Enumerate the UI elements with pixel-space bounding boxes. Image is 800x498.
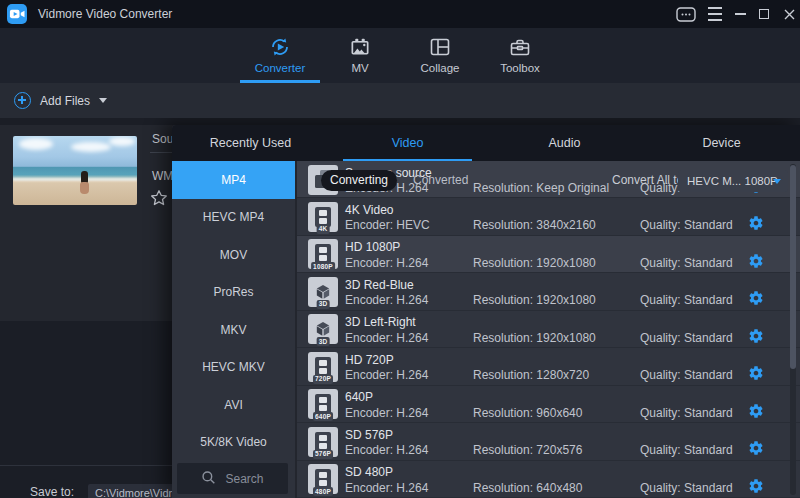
film-strip-icon: 720P bbox=[308, 352, 338, 382]
menu-button[interactable] bbox=[704, 0, 726, 28]
settings-gear-icon[interactable] bbox=[748, 253, 764, 269]
resolution-badge: 3D bbox=[317, 300, 330, 309]
preset-row[interactable]: 480P SD 480P Encoder: H.264 Resolution: … bbox=[297, 461, 800, 498]
preset-name: SD 480P bbox=[345, 465, 393, 479]
sidebar-item-avi[interactable]: AVI bbox=[172, 386, 295, 424]
nav-tabs: Converter MV Collage Toolbox bbox=[240, 28, 560, 83]
feedback-bubble-icon bbox=[676, 7, 696, 22]
settings-gear-icon[interactable] bbox=[748, 403, 764, 419]
star-icon[interactable] bbox=[150, 189, 168, 210]
resolution-badge: 480P bbox=[313, 487, 333, 496]
nav-tab-mv[interactable]: MV bbox=[320, 28, 400, 83]
mv-icon bbox=[348, 35, 372, 59]
preset-resolution: Resolution: 640x480 bbox=[473, 481, 582, 495]
preset-encoder: Encoder: H.264 bbox=[345, 256, 428, 270]
preset-row[interactable]: 4K 4K Video Encoder: HEVC Resolution: 38… bbox=[297, 198, 800, 235]
preset-row[interactable]: 1080P HD 1080P Encoder: H.264 Resolution… bbox=[297, 236, 800, 273]
preset-row[interactable]: 640P 640P Encoder: H.264 Resolution: 960… bbox=[297, 386, 800, 423]
tab-converting[interactable]: Converting bbox=[321, 170, 397, 191]
preset-name: 3D Left-Right bbox=[345, 315, 416, 329]
nav-tab-collage[interactable]: Collage bbox=[400, 28, 480, 83]
format-tab-audio[interactable]: Audio bbox=[486, 125, 643, 161]
film-strip-icon: 1080P bbox=[308, 239, 338, 269]
format-panel-tabs: Recently Used Video Audio Device bbox=[172, 125, 800, 161]
tab-converted[interactable]: Converted bbox=[413, 170, 468, 191]
preset-encoder: Encoder: H.264 bbox=[345, 368, 428, 382]
preset-encoder: Encoder: H.264 bbox=[345, 406, 428, 420]
collage-icon bbox=[428, 35, 452, 59]
minimize-button[interactable] bbox=[730, 0, 750, 28]
preset-resolution: Resolution: 1920x1080 bbox=[473, 256, 596, 270]
preset-encoder: Encoder: H.264 bbox=[345, 443, 428, 457]
titlebar: Vidmore Video Converter bbox=[0, 0, 800, 28]
close-icon bbox=[784, 9, 795, 20]
toolbar: Add Files Converting Converted Convert A… bbox=[0, 83, 800, 118]
camcorder-icon bbox=[7, 4, 27, 24]
sidebar-item-prores[interactable]: ProRes bbox=[172, 274, 295, 312]
sidebar-item-mov[interactable]: MOV bbox=[172, 236, 295, 274]
plus-icon bbox=[14, 92, 31, 109]
preset-resolution: Resolution: 960x640 bbox=[473, 406, 582, 420]
convert-all-value: HEVC M... 1080P bbox=[687, 170, 778, 192]
sidebar-item-5k-8k-video[interactable]: 5K/8K Video bbox=[172, 424, 295, 462]
close-button[interactable] bbox=[779, 0, 799, 28]
preset-quality: Quality: Standard bbox=[640, 256, 733, 270]
preset-row[interactable]: 720P HD 720P Encoder: H.264 Resolution: … bbox=[297, 348, 800, 385]
settings-gear-icon[interactable] bbox=[748, 365, 764, 381]
preset-name: HD 1080P bbox=[345, 240, 400, 254]
search-label: Search bbox=[225, 472, 263, 486]
preset-resolution: Resolution: 1280x720 bbox=[473, 368, 589, 382]
add-files-caret-icon[interactable] bbox=[99, 98, 107, 103]
preset-quality: Quality: Standard bbox=[640, 368, 733, 382]
format-tab-recently-used[interactable]: Recently Used bbox=[172, 125, 329, 161]
preset-name: 640P bbox=[345, 390, 373, 404]
film-strip-icon: 576P bbox=[308, 427, 338, 457]
format-tab-video[interactable]: Video bbox=[329, 125, 486, 161]
feedback-button[interactable] bbox=[674, 0, 698, 28]
preset-name: SD 576P bbox=[345, 428, 393, 442]
film-strip-icon: 4K bbox=[308, 202, 338, 232]
app-window: Vidmore Video Converter Converter MV Col… bbox=[0, 0, 800, 498]
search-box[interactable]: Search bbox=[177, 463, 288, 494]
settings-gear-icon[interactable] bbox=[748, 328, 764, 344]
scrollbar-thumb[interactable] bbox=[790, 165, 796, 369]
nav-tab-toolbox[interactable]: Toolbox bbox=[480, 28, 560, 83]
add-files-label: Add Files bbox=[40, 94, 90, 108]
app-title: Vidmore Video Converter bbox=[38, 0, 172, 28]
preset-row[interactable]: 576P SD 576P Encoder: H.264 Resolution: … bbox=[297, 423, 800, 460]
settings-gear-icon[interactable] bbox=[748, 290, 764, 306]
format-tab-device[interactable]: Device bbox=[643, 125, 800, 161]
preset-encoder: Encoder: H.264 bbox=[345, 481, 428, 495]
toolbox-icon bbox=[508, 35, 532, 59]
preset-name: 3D Red-Blue bbox=[345, 278, 414, 292]
preset-quality: Quality: Standard bbox=[640, 443, 733, 457]
settings-gear-icon[interactable] bbox=[748, 215, 764, 231]
nav-tab-converter[interactable]: Converter bbox=[240, 28, 320, 83]
sidebar-item-mp4[interactable]: MP4 bbox=[172, 161, 295, 199]
convert-all-dropdown[interactable]: HEVC M... 1080P bbox=[678, 170, 788, 192]
preset-row[interactable]: 3D 3D Red-Blue Encoder: H.264 Resolution… bbox=[297, 273, 800, 310]
preset-row[interactable]: 3D 3D Left-Right Encoder: H.264 Resoluti… bbox=[297, 311, 800, 348]
preset-quality: Quality: Standard bbox=[640, 218, 733, 232]
settings-gear-icon[interactable] bbox=[748, 440, 764, 456]
save-to-label: Save to: bbox=[30, 485, 74, 498]
sidebar-item-hevc-mp4[interactable]: HEVC MP4 bbox=[172, 199, 295, 237]
app-logo-icon bbox=[7, 4, 27, 24]
preset-list: Same as source Encoder: H.264 Resolution… bbox=[297, 161, 800, 498]
resolution-badge: 3D bbox=[317, 337, 330, 346]
resolution-badge: 576P bbox=[313, 450, 333, 459]
settings-gear-icon[interactable] bbox=[748, 478, 764, 494]
preset-name: HD 720P bbox=[345, 353, 394, 367]
add-files-button[interactable]: Add Files bbox=[14, 83, 107, 118]
maximize-button[interactable] bbox=[754, 0, 774, 28]
format-panel-body: MP4 HEVC MP4 MOV ProRes MKV HEVC MKV AVI… bbox=[172, 161, 800, 498]
converter-icon bbox=[268, 35, 292, 59]
film-strip-icon: 640P bbox=[308, 389, 338, 419]
preset-encoder: Encoder: H.264 bbox=[345, 293, 428, 307]
preset-quality: Quality: Standard bbox=[640, 293, 733, 307]
sidebar-item-hevc-mkv[interactable]: HEVC MKV bbox=[172, 349, 295, 387]
sidebar-item-mkv[interactable]: MKV bbox=[172, 311, 295, 349]
video-thumbnail[interactable] bbox=[13, 136, 137, 205]
resolution-badge: 720P bbox=[313, 375, 333, 384]
main-nav: Converter MV Collage Toolbox bbox=[0, 28, 800, 83]
